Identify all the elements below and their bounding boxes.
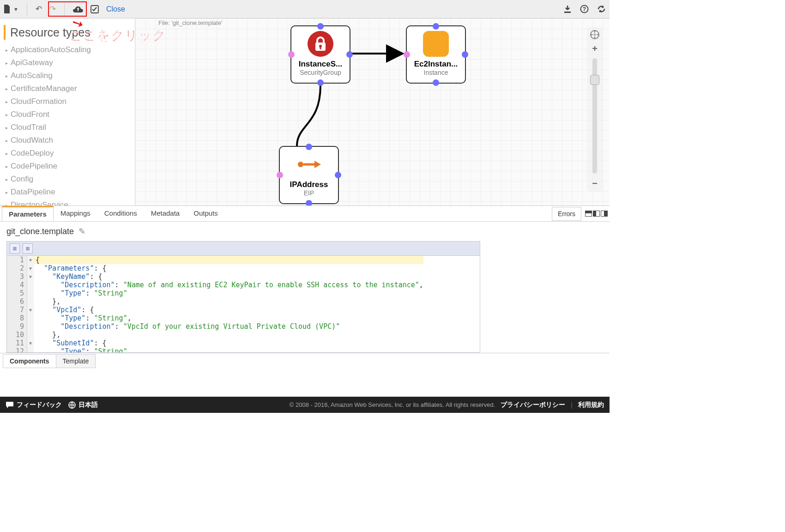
redo-icon[interactable]: ↷ xyxy=(49,4,56,14)
resource-type-item[interactable]: ▸CloudFront xyxy=(4,108,132,121)
indent-icon[interactable]: ≣ xyxy=(23,243,33,254)
port[interactable] xyxy=(346,51,353,58)
help-icon[interactable]: ? xyxy=(580,5,589,13)
zoom-out-button[interactable]: − xyxy=(589,177,601,189)
zoom-slider-track[interactable] xyxy=(592,58,597,174)
fold-gutter[interactable] xyxy=(27,289,34,297)
fold-gutter[interactable]: ▾ xyxy=(27,306,34,314)
node-security-group[interactable]: InstanceS... SecurityGroup xyxy=(290,25,350,84)
refresh-icon[interactable] xyxy=(597,5,606,13)
resource-type-item[interactable]: ▸CodePipeline xyxy=(4,160,132,173)
fold-gutter[interactable]: ▾ xyxy=(27,272,34,281)
code-line[interactable]: { xyxy=(34,256,423,264)
bottom-tab-components[interactable]: Components xyxy=(3,354,56,368)
resource-type-item[interactable]: ▸CodeDeploy xyxy=(4,147,132,160)
resource-type-item[interactable]: ▸ApiGateway xyxy=(4,56,132,69)
code-line[interactable]: "KeyName": { xyxy=(34,272,423,281)
fold-gutter[interactable] xyxy=(27,297,34,306)
chevron-right-icon: ▸ xyxy=(6,138,8,143)
undo-icon[interactable]: ↶ xyxy=(36,4,42,14)
fold-gutter[interactable] xyxy=(27,314,34,322)
code-line[interactable]: "Description": "Name of and existing EC2… xyxy=(34,281,423,289)
tab-conditions[interactable]: Conditions xyxy=(97,206,144,221)
port[interactable] xyxy=(335,172,341,178)
node-subtitle: SecurityGroup xyxy=(291,69,350,76)
resource-type-item[interactable]: ▸DataPipeline xyxy=(4,186,132,199)
tab-outputs[interactable]: Outputs xyxy=(187,206,225,221)
code-line[interactable]: "Type": "String" xyxy=(34,289,423,297)
node-subtitle: EIP xyxy=(280,189,338,197)
code-editor[interactable]: 1▾{2▾ "Parameters": {3▾ "KeyName": {4 "D… xyxy=(6,256,480,353)
port[interactable] xyxy=(277,172,283,178)
port[interactable] xyxy=(404,51,410,58)
line-number: 9 xyxy=(7,322,27,331)
edit-name-icon[interactable]: ✎ xyxy=(78,226,85,236)
annotation-text: ここをクリック xyxy=(69,27,166,44)
fold-gutter[interactable]: ▾ xyxy=(27,256,34,264)
download-icon[interactable] xyxy=(563,5,572,13)
port[interactable] xyxy=(306,144,312,150)
template-name-row: git_clone.template ✎ xyxy=(6,226,603,236)
file-icon[interactable] xyxy=(4,5,12,13)
code-line[interactable]: "Type": "String", xyxy=(34,314,423,322)
resource-type-item[interactable]: ▸Config xyxy=(4,173,132,186)
tab-metadata[interactable]: Metadata xyxy=(144,206,187,221)
layout-left-icon[interactable] xyxy=(593,211,600,217)
code-line[interactable]: }, xyxy=(34,297,423,306)
language-button[interactable]: 日本語 xyxy=(68,401,98,409)
layout-top-icon[interactable] xyxy=(585,211,592,217)
feedback-button[interactable]: フィードバック xyxy=(6,401,62,409)
zoom-in-button[interactable]: + xyxy=(589,42,601,54)
fold-gutter[interactable] xyxy=(27,281,34,289)
chevron-right-icon: ▸ xyxy=(6,125,8,130)
resource-type-item[interactable]: ▸CloudWatch xyxy=(4,134,132,147)
code-line[interactable]: "Description": "VpcId of your existing V… xyxy=(34,322,423,331)
code-line[interactable]: "Type": "String", xyxy=(34,347,423,353)
zoom-slider-thumb[interactable] xyxy=(590,75,599,85)
terms-link[interactable]: 利用規約 xyxy=(578,401,604,409)
privacy-link[interactable]: プライバシーポリシー xyxy=(501,401,565,409)
fold-gutter[interactable] xyxy=(27,347,34,353)
node-title: InstanceS... xyxy=(291,60,350,69)
resource-type-label: AutoScaling xyxy=(11,71,53,80)
resource-type-item[interactable]: ▸CloudTrail xyxy=(4,121,132,134)
port[interactable] xyxy=(317,23,324,30)
close-button[interactable]: Close xyxy=(106,5,125,13)
fold-gutter[interactable] xyxy=(27,331,34,339)
outdent-icon[interactable]: ≣ xyxy=(10,243,20,254)
code-line[interactable]: "SubnetId": { xyxy=(34,339,423,347)
fold-gutter[interactable]: ▾ xyxy=(27,339,34,347)
errors-tab[interactable]: Errors xyxy=(552,207,581,221)
code-line[interactable]: }, xyxy=(34,331,423,339)
port[interactable] xyxy=(317,79,324,86)
fold-gutter[interactable]: ▾ xyxy=(27,264,34,272)
line-number: 10 xyxy=(7,331,27,339)
fold-gutter[interactable] xyxy=(27,322,34,331)
resource-type-item[interactable]: ▸DirectoryService xyxy=(4,199,132,206)
validate-icon[interactable] xyxy=(91,5,99,13)
resource-type-item[interactable]: ▸CertificateManager xyxy=(4,82,132,95)
resource-types-sidebar: Resource types ▸ApplicationAutoScaling▸A… xyxy=(0,18,135,206)
port[interactable] xyxy=(288,51,295,58)
port[interactable] xyxy=(433,79,439,86)
bottom-tab-template[interactable]: Template xyxy=(56,354,96,368)
zoom-fit-icon[interactable] xyxy=(589,29,601,41)
designer-canvas[interactable]: File: 'git_clone.template' InstanceS... … xyxy=(135,18,610,206)
tab-parameters[interactable]: Parameters xyxy=(2,206,54,221)
resource-type-item[interactable]: ▸CloudFormation xyxy=(4,95,132,108)
node-subtitle: Instance xyxy=(407,69,465,76)
resource-type-label: CertificateManager xyxy=(11,84,77,93)
node-ec2-instance[interactable]: Ec2Instan... Instance xyxy=(406,25,466,84)
layout-right-icon[interactable] xyxy=(601,211,608,217)
port[interactable] xyxy=(462,51,468,58)
file-dropdown-icon[interactable]: ▼ xyxy=(13,6,18,12)
code-line[interactable]: "VpcId": { xyxy=(34,306,423,314)
node-eip[interactable]: IPAddress EIP xyxy=(279,146,339,204)
port[interactable] xyxy=(433,23,439,30)
resource-type-item[interactable]: ▸ApplicationAutoScaling xyxy=(4,43,132,56)
sidebar-accent-bar xyxy=(4,25,6,40)
tab-mappings[interactable]: Mappings xyxy=(54,206,97,221)
code-line[interactable]: "Parameters": { xyxy=(34,264,423,272)
resource-type-item[interactable]: ▸AutoScaling xyxy=(4,69,132,82)
cloud-upload-icon[interactable] xyxy=(73,6,83,13)
